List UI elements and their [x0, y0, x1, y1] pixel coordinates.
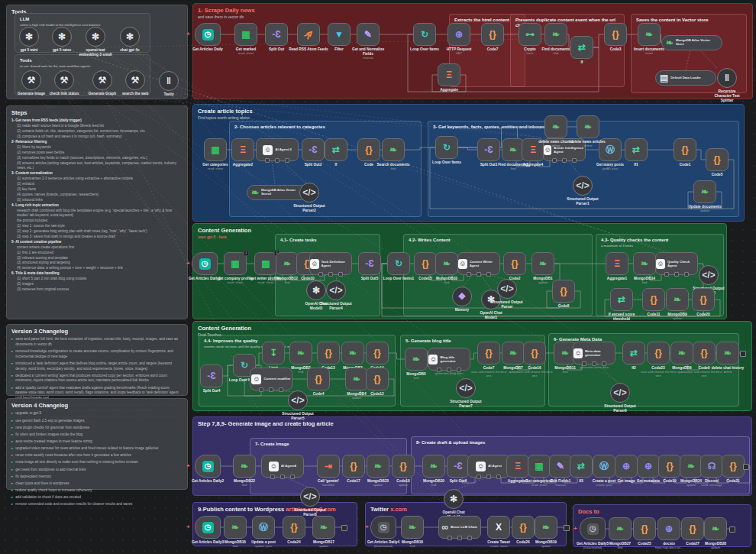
node-body[interactable]: ❧ — [666, 288, 689, 311]
node-body[interactable]: Ⓦ — [593, 455, 615, 478]
node-body[interactable]: ❧ — [405, 348, 428, 371]
node-body[interactable]: ‖ — [159, 71, 179, 91]
node-body[interactable]: ☺Task Definition Agent — [309, 252, 352, 275]
node-body[interactable]: ❧ — [435, 252, 458, 275]
node-body[interactable]: Ξ — [606, 252, 628, 275]
node-body[interactable]: </> — [326, 280, 346, 300]
port[interactable] — [684, 272, 689, 277]
node-body[interactable]: ✻ — [120, 27, 140, 47]
node-body[interactable]: {} — [604, 23, 627, 46]
node-body[interactable]: ◷ — [580, 517, 606, 540]
node-body[interactable]: {} — [633, 517, 656, 540]
node-body[interactable]: ☺AI Agent II — [256, 138, 299, 161]
node-body[interactable]: ⊕ — [637, 455, 660, 478]
node-body[interactable]: ⊶ — [519, 23, 541, 46]
node-body[interactable]: ▦2 — [224, 252, 247, 275]
node-body[interactable]: ❧MongoDB Atlas Vector Store2 — [247, 185, 308, 200]
node-body[interactable]: ↻ — [413, 23, 436, 46]
port[interactable] — [467, 536, 472, 540]
node-body[interactable]: {} — [693, 342, 716, 364]
sticky-steps-panel[interactable]: Steps 1- Get news from RSS feeds (daily … — [6, 105, 188, 319]
add-connection-icon[interactable]: + — [186, 261, 190, 267]
node-body[interactable]: {} — [357, 138, 380, 161]
node-body[interactable]: {} — [366, 368, 389, 390]
agent-sub-ports[interactable] — [467, 272, 491, 277]
node-body[interactable]: </> — [300, 487, 320, 507]
port[interactable] — [447, 536, 452, 540]
node-body[interactable]: ✎ — [357, 23, 380, 46]
port[interactable] — [318, 272, 323, 277]
node-body[interactable]: ✻ — [306, 280, 326, 300]
node-body[interactable]: ❧ — [577, 115, 599, 138]
node-body[interactable]: ◷ — [192, 252, 218, 275]
node-body[interactable]: ⊕ — [447, 23, 470, 46]
node-body[interactable]: ⇄ — [325, 138, 347, 161]
port[interactable] — [552, 158, 557, 163]
node-body[interactable]: ☊ — [700, 455, 723, 478]
node-body[interactable]: {} — [692, 288, 715, 311]
node-body[interactable]: ◷ — [370, 516, 396, 539]
node-body[interactable]: ☺AI Agent — [467, 455, 510, 478]
node-body[interactable]: ⚒ — [125, 70, 145, 90]
node-body[interactable]: ⚒ — [92, 70, 112, 90]
node-body[interactable]: ⇄ — [625, 138, 648, 161]
node-body[interactable]: -Ɛ — [447, 455, 470, 478]
node-body[interactable]: {} — [552, 280, 575, 303]
node-body[interactable]: {} — [283, 516, 305, 539]
node-body[interactable]: -Ɛ — [477, 138, 500, 161]
node-body[interactable]: ❧ — [693, 180, 716, 203]
node-body[interactable]: X — [487, 516, 510, 539]
node-body[interactable]: {} — [317, 342, 340, 364]
node-body[interactable]: ▦ — [528, 455, 551, 478]
port[interactable] — [664, 272, 669, 277]
node-body[interactable]: ❧ — [638, 23, 661, 46]
node-body[interactable]: Ⓦ — [252, 516, 275, 539]
node-body[interactable]: ⇄ — [610, 288, 633, 311]
node-body[interactable]: </> — [573, 176, 593, 196]
port[interactable] — [269, 387, 273, 392]
agent-sub-ports[interactable] — [270, 475, 295, 479]
node-body[interactable]: ◷ — [195, 455, 221, 478]
node-body[interactable]: ▤Default Data Loader — [655, 70, 716, 86]
port[interactable] — [275, 158, 279, 163]
node-body[interactable]: ↧ — [262, 342, 285, 364]
node-body[interactable]: </> — [299, 183, 319, 202]
agent-sub-ports[interactable] — [664, 272, 689, 277]
sticky-version4-changelog[interactable]: Version 4 Changelog ▸upgrade to gpt-5▸us… — [6, 398, 188, 490]
node-body[interactable]: {} — [477, 342, 500, 364]
port[interactable] — [562, 158, 567, 163]
port[interactable] — [486, 272, 491, 277]
node-body[interactable]: ❧ — [531, 252, 554, 275]
node-body[interactable]: ✻ — [444, 489, 464, 509]
sticky-version3-changelog[interactable]: Version 3 Changelog ▸save and parse full… — [6, 324, 188, 396]
node-body[interactable]: ▦ — [234, 23, 257, 46]
node-body[interactable]: ✎ — [549, 455, 572, 478]
port[interactable] — [259, 387, 263, 392]
node-body[interactable]: {} — [366, 342, 389, 364]
node-body[interactable]: ❧ — [544, 115, 567, 138]
node-body[interactable]: {} — [681, 517, 704, 540]
node-body[interactable]: ▦ — [204, 138, 227, 161]
node-body[interactable]: {} — [658, 455, 681, 478]
node-body[interactable]: -Ɛ — [265, 23, 288, 46]
node-body[interactable]: Ξ — [506, 455, 529, 478]
node-body[interactable]: ▦2 — [254, 252, 277, 275]
node-body[interactable]: ☺Blog title generator — [428, 348, 470, 371]
node-body[interactable]: ⊕ — [657, 517, 680, 540]
port[interactable] — [467, 272, 471, 277]
node-body[interactable]: ❧ — [609, 517, 632, 540]
node-body[interactable]: ❧ — [716, 342, 739, 364]
node-body[interactable]: -Ɛ — [200, 364, 223, 387]
node-body[interactable]: ❧ — [544, 23, 567, 46]
node-body[interactable]: ☺Content Writer Agent — [457, 252, 500, 275]
node-body[interactable]: </> — [456, 378, 476, 398]
node-body[interactable]: ❧ — [367, 455, 389, 478]
agent-sub-ports[interactable] — [318, 272, 343, 277]
node-body[interactable]: {} — [674, 138, 696, 161]
node-body[interactable]: ↻ — [387, 252, 410, 275]
node-body[interactable]: ❧ — [422, 455, 445, 478]
port[interactable] — [270, 475, 275, 479]
node-body[interactable]: ❧ — [670, 342, 693, 364]
add-connection-icon[interactable]: + — [186, 463, 190, 469]
add-connection-icon[interactable]: + — [365, 524, 369, 530]
